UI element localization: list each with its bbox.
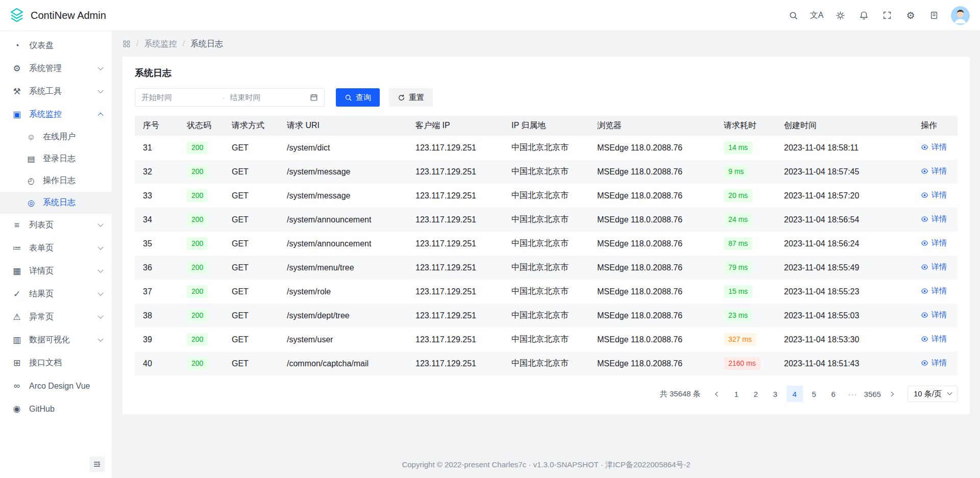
sidebar-item-result-page[interactable]: ✓结果页 xyxy=(0,283,112,306)
cell-method: GET xyxy=(224,304,279,328)
notification-icon[interactable] xyxy=(854,6,873,25)
detail-link[interactable]: 详情 xyxy=(921,334,947,344)
cell-created: 2023-11-04 18:55:23 xyxy=(776,280,913,304)
log-table: 序号状态码请求方式请求 URI客户端 IPIP 归属地浏览器请求耗时创建时间操作… xyxy=(135,116,958,375)
chevron-down-icon xyxy=(97,221,103,227)
sidebar-item-operation-log[interactable]: ◴操作日志 xyxy=(0,170,112,192)
detail-link[interactable]: 详情 xyxy=(921,310,947,320)
breadcrumb-item-current: 系统日志 xyxy=(190,39,223,49)
avatar[interactable] xyxy=(951,6,970,25)
pagination-page-2[interactable]: 2 xyxy=(748,386,764,402)
cell-no: 36 xyxy=(135,256,179,280)
detail-link[interactable]: 详情 xyxy=(921,166,947,176)
sidebar-item-system-tools[interactable]: ⚒系统工具 xyxy=(0,80,112,103)
detail-link[interactable]: 详情 xyxy=(921,238,947,248)
cell-ip: 123.117.129.251 xyxy=(407,136,503,160)
sidebar-item-login-log[interactable]: ▤登录日志 xyxy=(0,148,112,170)
chevron-left-icon xyxy=(715,391,720,396)
search-icon[interactable] xyxy=(783,6,803,25)
fullscreen-icon[interactable] xyxy=(877,6,897,25)
log-card: 系统日志 开始时间 - 结束时间 查询 xyxy=(122,57,970,414)
column-header: 创建时间 xyxy=(776,116,913,136)
pagination-page-4[interactable]: 4 xyxy=(787,386,803,402)
sidebar-item-system-log[interactable]: ◎系统日志 xyxy=(0,192,112,214)
pagination-page-1[interactable]: 1 xyxy=(728,386,745,402)
duration-badge: 2160 ms xyxy=(724,357,761,369)
sidebar-collapse-button[interactable] xyxy=(89,457,105,472)
apps-icon[interactable] xyxy=(122,40,131,48)
column-header: 客户端 IP xyxy=(407,116,503,136)
sidebar-item-detail-page[interactable]: ▦详情页 xyxy=(0,260,112,283)
sidebar-item-system-monitor[interactable]: ▣系统监控 xyxy=(0,103,112,126)
cell-ip: 123.117.129.251 xyxy=(407,256,503,280)
table-row: 40200GET/common/captcha/mail123.117.129.… xyxy=(135,351,958,375)
pagination-page-5[interactable]: 5 xyxy=(806,386,822,402)
cell-uri: /system/announcement xyxy=(279,208,407,232)
list-page-icon: ≡ xyxy=(11,220,22,231)
translate-icon[interactable]: 文A xyxy=(807,6,826,25)
sidebar: ◔仪表盘⚙系统管理⚒系统工具▣系统监控☺在线用户▤登录日志◴操作日志◎系统日志≡… xyxy=(0,31,112,478)
online-users-icon: ☺ xyxy=(26,133,37,142)
detail-link[interactable]: 详情 xyxy=(921,190,947,200)
column-header: 状态码 xyxy=(179,116,224,136)
table-row: 34200GET/system/announcement123.117.129.… xyxy=(135,208,958,232)
search-button[interactable]: 查询 xyxy=(336,88,380,107)
table-row: 32200GET/system/message123.117.129.251中国… xyxy=(135,160,958,184)
cell-uri: /common/captcha/mail xyxy=(279,351,407,375)
cell-uri: /system/dict xyxy=(279,136,407,160)
detail-link[interactable]: 详情 xyxy=(921,262,947,272)
cell-no: 40 xyxy=(135,351,179,375)
cell-uri: /system/dept/tree xyxy=(279,304,407,328)
cell-no: 39 xyxy=(135,328,179,351)
duration-badge: 15 ms xyxy=(724,285,752,297)
reset-button[interactable]: 重置 xyxy=(389,88,433,107)
theme-light-icon[interactable] xyxy=(830,6,850,25)
pagination-prev-button[interactable] xyxy=(709,386,725,402)
docs-icon[interactable] xyxy=(924,6,944,25)
cell-region: 中国北京北京市 xyxy=(503,256,589,280)
sidebar-nav: ◔仪表盘⚙系统管理⚒系统工具▣系统监控☺在线用户▤登录日志◴操作日志◎系统日志≡… xyxy=(0,34,112,420)
sidebar-item-exception-page[interactable]: ⚠异常页 xyxy=(0,306,112,329)
detail-link[interactable]: 详情 xyxy=(921,142,947,152)
footer-copyright: Copyright © 2022-present Charles7c · v1.… xyxy=(122,453,970,478)
sidebar-item-data-visualization[interactable]: ▥数据可视化 xyxy=(0,329,112,351)
cell-created: 2023-11-04 18:56:24 xyxy=(776,232,913,256)
chevron-down-icon xyxy=(97,313,103,318)
sidebar-item-online-users[interactable]: ☺在线用户 xyxy=(0,126,112,148)
breadcrumb-item-monitor[interactable]: 系统监控 xyxy=(144,39,177,49)
sidebar-item-dashboard[interactable]: ◔仪表盘 xyxy=(0,34,112,57)
column-header: IP 归属地 xyxy=(503,116,589,136)
logo-area[interactable]: ContiNew Admin xyxy=(8,7,106,24)
status-badge: 200 xyxy=(187,357,208,369)
cell-created: 2023-11-04 18:53:30 xyxy=(776,328,913,351)
pagination-page-6[interactable]: 6 xyxy=(825,386,842,402)
filter-bar: 开始时间 - 结束时间 查询 重置 xyxy=(135,88,958,107)
sidebar-item-link[interactable]: ∞Arco Design Vue xyxy=(0,374,112,397)
detail-link[interactable]: 详情 xyxy=(921,358,947,368)
table-row: 39200GET/system/user123.117.129.251中国北京北… xyxy=(135,328,958,351)
cell-no: 34 xyxy=(135,208,179,232)
cell-created: 2023-11-04 18:55:49 xyxy=(776,256,913,280)
cell-uri: /system/message xyxy=(279,184,407,208)
settings-icon[interactable]: ⚙ xyxy=(901,6,920,25)
sidebar-item-form-page[interactable]: ≔表单页 xyxy=(0,237,112,260)
sidebar-item-api-docs[interactable]: ⊞接口文档 xyxy=(0,351,112,374)
page-title: 系统日志 xyxy=(135,67,958,79)
page-size-select[interactable]: 10 条/页 xyxy=(908,386,958,402)
detail-link[interactable]: 详情 xyxy=(921,214,947,224)
cell-method: GET xyxy=(224,208,279,232)
detail-link[interactable]: 详情 xyxy=(921,286,947,296)
cell-no: 32 xyxy=(135,160,179,184)
date-range-picker[interactable]: 开始时间 - 结束时间 xyxy=(135,88,325,107)
pagination-page-3[interactable]: 3 xyxy=(767,386,783,402)
cell-method: GET xyxy=(224,351,279,375)
sidebar-item-github[interactable]: ◉GitHub xyxy=(0,397,112,420)
pagination-ellipsis[interactable]: ··· xyxy=(845,386,861,402)
header-actions: 文A ⚙ xyxy=(783,6,970,25)
sidebar-item-list-page[interactable]: ≡列表页 xyxy=(0,214,112,237)
end-time-placeholder: 结束时间 xyxy=(230,93,306,103)
pagination-next-button[interactable] xyxy=(884,386,900,402)
pagination-page-3565[interactable]: 3565 xyxy=(864,386,881,402)
sidebar-item-system-management[interactable]: ⚙系统管理 xyxy=(0,57,112,80)
status-badge: 200 xyxy=(187,261,208,273)
